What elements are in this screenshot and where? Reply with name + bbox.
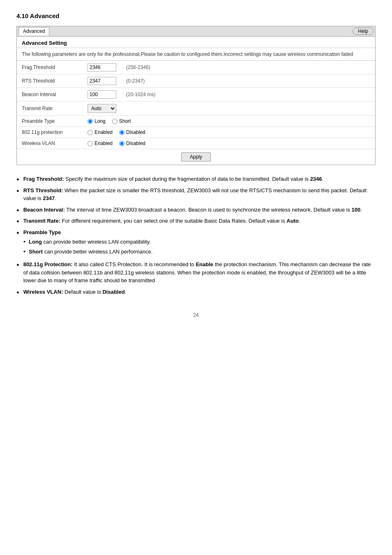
frag-threshold-input[interactable]: [88, 63, 116, 71]
protection-desc: 802.11g Protection: It also called CTS P…: [23, 260, 376, 285]
rts-threshold-input[interactable]: [88, 77, 116, 85]
beacon-interval-row: Beacon Interval (20-1024 ms): [17, 88, 375, 101]
vlan-desc: Wireless VLAN: Default value is Disabled…: [23, 288, 376, 296]
preamble-long-option[interactable]: Long: [88, 118, 106, 124]
protection-options: Enabled Disabled: [83, 127, 375, 138]
preamble-type-options: Long Short: [83, 116, 375, 127]
preamble-long-radio[interactable]: [88, 119, 93, 124]
protection-row: 802.11g protection Enabled Disabled: [17, 127, 375, 138]
list-item: Long can provide better wireless LAN com…: [23, 238, 376, 246]
protection-enabled-option[interactable]: Enabled: [88, 129, 113, 135]
rts-threshold-hint: (0-2347): [121, 74, 375, 88]
vlan-row: Wireless VLAN Enabled Disabled: [17, 138, 375, 149]
list-item: Transmit Rate: For different requirement…: [16, 217, 376, 225]
page-title: 4.10 Advanced: [16, 12, 376, 19]
beacon-interval-input[interactable]: [88, 90, 116, 99]
transmit-desc: Transmit Rate: For different requirement…: [23, 217, 376, 225]
page-number: 24: [16, 312, 376, 318]
frag-desc: Frag Threshold: Specify the maximum size…: [23, 175, 376, 183]
transmit-rate-row: Transmit Rate Auto 1M 2M 5.5M 11M: [17, 101, 375, 116]
transmit-rate-label: Transmit Rate: [17, 101, 83, 116]
list-item: 802.11g Protection: It also called CTS P…: [16, 260, 376, 285]
protection-enabled-radio[interactable]: [88, 130, 93, 135]
list-item: Beacon Interval: The interval of time ZE…: [16, 206, 376, 214]
advanced-panel: Advanced Help Advanced Setting The follo…: [16, 26, 376, 165]
panel-tab-bar: Advanced Help: [17, 26, 375, 37]
preamble-short-option[interactable]: Short: [112, 118, 131, 124]
notice-text: The following parameters are only for th…: [17, 48, 375, 61]
vlan-label: Wireless VLAN: [17, 138, 83, 149]
protection-label: 802.11g protection: [17, 127, 83, 138]
apply-button[interactable]: Apply: [181, 152, 211, 161]
preamble-type-label: Preamble Type: [17, 116, 83, 127]
transmit-rate-select-cell: Auto 1M 2M 5.5M 11M: [83, 101, 121, 116]
beacon-interval-label: Beacon Interval: [17, 88, 83, 101]
vlan-enabled-radio[interactable]: [88, 141, 93, 146]
list-item: RTS Threshold: When the packet size is s…: [16, 187, 376, 203]
help-button[interactable]: Help: [353, 28, 374, 35]
beacon-desc: Beacon Interval: The interval of time ZE…: [23, 206, 376, 214]
list-item: Frag Threshold: Specify the maximum size…: [16, 175, 376, 183]
rts-threshold-row: RTS Threshold (0-2347): [17, 74, 375, 88]
beacon-interval-hint: (20-1024 ms): [121, 88, 375, 101]
preamble-desc: Preamble Type Long can provide better wi…: [23, 228, 376, 258]
transmit-rate-hint: [121, 101, 375, 116]
transmit-rate-select[interactable]: Auto 1M 2M 5.5M 11M: [88, 104, 116, 113]
preamble-short-desc: Short can provide better wireless LAN pe…: [29, 248, 152, 256]
apply-row: Apply: [17, 149, 375, 165]
frag-threshold-input-cell: [83, 61, 121, 74]
protection-disabled-option[interactable]: Disabled: [119, 129, 145, 135]
frag-threshold-hint: (256-2346): [121, 61, 375, 74]
preamble-sub-list: Long can provide better wireless LAN com…: [23, 238, 376, 256]
description-list: Frag Threshold: Specify the maximum size…: [16, 175, 376, 296]
vlan-disabled-radio[interactable]: [119, 141, 125, 146]
advanced-tab[interactable]: Advanced: [18, 27, 49, 35]
beacon-interval-input-cell: [83, 88, 121, 101]
protection-disabled-radio[interactable]: [119, 130, 125, 135]
list-item: Preamble Type Long can provide better wi…: [16, 228, 376, 258]
frag-threshold-row: Frag Threshold (256-2346): [17, 61, 375, 74]
settings-table: Frag Threshold (256-2346) RTS Threshold …: [17, 61, 375, 149]
preamble-long-desc: Long can provide better wireless LAN com…: [29, 238, 151, 246]
preamble-type-row: Preamble Type Long Short: [17, 116, 375, 127]
vlan-options: Enabled Disabled: [83, 138, 375, 149]
list-item: Wireless VLAN: Default value is Disabled…: [16, 288, 376, 296]
rts-threshold-input-cell: [83, 74, 121, 88]
rts-desc: RTS Threshold: When the packet size is s…: [23, 187, 376, 203]
vlan-enabled-option[interactable]: Enabled: [88, 140, 113, 146]
vlan-disabled-option[interactable]: Disabled: [119, 140, 145, 146]
frag-threshold-label: Frag Threshold: [17, 61, 83, 74]
list-item: Short can provide better wireless LAN pe…: [23, 248, 376, 256]
preamble-short-radio[interactable]: [112, 119, 118, 124]
rts-threshold-label: RTS Threshold: [17, 74, 83, 88]
section-title: Advanced Setting: [17, 37, 375, 48]
